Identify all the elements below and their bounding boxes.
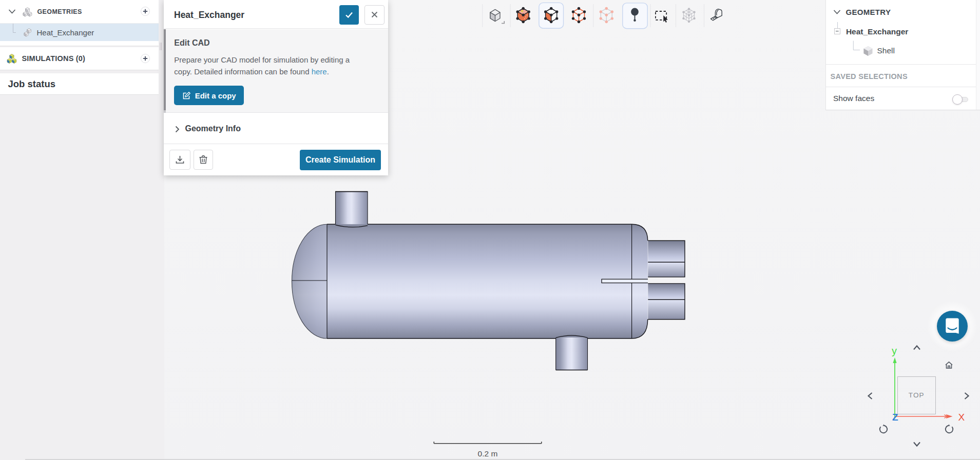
svg-text:0.2 m: 0.2 m [478,449,498,458]
svg-text:X: X [958,412,965,423]
svg-text:y: y [892,345,897,356]
